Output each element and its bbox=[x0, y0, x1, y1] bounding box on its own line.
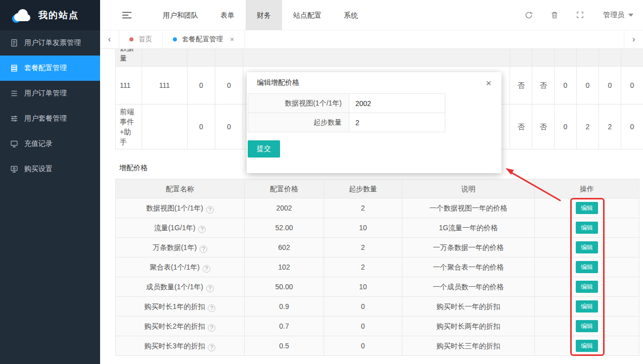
nav-item-forms[interactable]: 表单 bbox=[209, 0, 246, 30]
sidebar-item-purchase-settings[interactable]: 购买设置 bbox=[0, 157, 100, 182]
edit-button[interactable]: 编辑 bbox=[576, 202, 598, 214]
edit-button[interactable]: 编辑 bbox=[576, 241, 598, 253]
tabs-scroll-left[interactable]: ‹ bbox=[100, 30, 119, 48]
cell: 0 bbox=[621, 67, 643, 105]
table-row: 流量(1G/1年)? 52.00 10 1G流量一年的价格 编辑 bbox=[116, 218, 639, 238]
menu-toggle-icon[interactable] bbox=[122, 12, 131, 19]
help-icon[interactable]: ? bbox=[198, 226, 206, 233]
action-cell: 编辑 bbox=[535, 257, 639, 277]
sidebar-item-user-order-invoice[interactable]: 用户订单发票管理 bbox=[0, 30, 100, 56]
config-name-cell: 万条数据(1年)? bbox=[116, 238, 245, 257]
table-row: 购买时长2年的折扣? 0.7 0 购买时长两年的折扣 编辑 bbox=[116, 317, 639, 336]
min-qty-cell: 2 bbox=[324, 198, 402, 218]
action-cell: 编辑 bbox=[535, 336, 639, 356]
form-row: 数据视图(1个/1年) bbox=[248, 94, 445, 113]
tab-close-icon[interactable]: × bbox=[230, 35, 234, 43]
cell: 111 bbox=[142, 67, 188, 105]
cell: 2 bbox=[599, 105, 621, 149]
config-name: 万条数据(1年) bbox=[153, 243, 197, 251]
price-cell: 52.00 bbox=[245, 218, 324, 238]
column-header: 数据量 bbox=[116, 49, 142, 67]
nav-item-users-teams[interactable]: 用户和团队 bbox=[152, 0, 209, 30]
sidebar-item-package-config[interactable]: 套餐配置管理 bbox=[0, 56, 100, 81]
config-name-cell: 数据视图(1个/1年)? bbox=[116, 198, 245, 218]
tabs-scroll-right[interactable]: › bbox=[624, 30, 643, 48]
column-header-description: 说明 bbox=[402, 179, 535, 198]
desc-cell: 1G流量一年的价格 bbox=[402, 218, 535, 238]
purchase-settings-icon bbox=[10, 165, 19, 173]
help-icon[interactable]: ? bbox=[200, 245, 207, 253]
cell: 111 bbox=[116, 67, 142, 105]
tab-home[interactable]: 首页 bbox=[119, 30, 163, 48]
help-icon[interactable]: ? bbox=[206, 285, 214, 292]
desc-cell: 一个数据视图一年的价格 bbox=[402, 198, 535, 218]
min-qty-cell: 10 bbox=[324, 218, 402, 238]
column-header bbox=[532, 49, 555, 67]
column-header-min-qty: 起步数量 bbox=[324, 179, 402, 198]
help-icon[interactable]: ? bbox=[208, 344, 215, 351]
min-qty-cell: 2 bbox=[324, 257, 402, 277]
action-cell: 编辑 bbox=[535, 277, 639, 297]
action-cell: 编辑 bbox=[535, 218, 639, 238]
desc-cell: 购买时长一年的折扣 bbox=[402, 297, 535, 317]
edit-button[interactable]: 编辑 bbox=[576, 320, 598, 332]
recharge-record-icon bbox=[10, 140, 19, 148]
config-name-cell: 购买时长1年的折扣? bbox=[116, 297, 245, 317]
min-qty-cell: 0 bbox=[324, 317, 402, 336]
config-price-input[interactable] bbox=[349, 94, 445, 113]
fullscreen-icon[interactable] bbox=[576, 11, 584, 19]
price-config-table: 配置名称 配置价格 起步数量 说明 操作 数据视图(1个/1年)? 2002 2… bbox=[115, 179, 639, 356]
top-nav-menu: 用户和团队 表单 财务 站点配置 系统 bbox=[152, 0, 369, 30]
refresh-icon[interactable] bbox=[525, 11, 533, 19]
sidebar-item-label: 用户订单发票管理 bbox=[24, 38, 81, 47]
edit-button[interactable]: 编辑 bbox=[576, 261, 598, 273]
cell: 2 bbox=[577, 105, 599, 149]
config-name: 数据视图(1个/1年) bbox=[146, 204, 203, 212]
nav-item-site-config[interactable]: 站点配置 bbox=[282, 0, 333, 30]
edit-button[interactable]: 编辑 bbox=[576, 222, 598, 234]
help-icon[interactable]: ? bbox=[206, 206, 214, 214]
field-value-cell bbox=[349, 94, 445, 113]
min-qty-cell: 10 bbox=[324, 277, 402, 297]
edit-button[interactable]: 编辑 bbox=[576, 281, 598, 293]
price-cell: 0.9 bbox=[245, 297, 324, 317]
user-dropdown[interactable]: 管理员 bbox=[603, 11, 633, 20]
tab-package-config[interactable]: 套餐配置管理 × bbox=[163, 30, 245, 48]
desc-cell: 一个成员数一年的价格 bbox=[402, 277, 535, 297]
action-cell: 编辑 bbox=[535, 317, 639, 336]
config-name-cell: 购买时长3年的折扣? bbox=[116, 336, 245, 356]
config-name-cell: 流量(1G/1年)? bbox=[116, 218, 245, 238]
form-row: 起步数量 bbox=[248, 113, 445, 132]
sidebar-item-user-package[interactable]: 用户套餐管理 bbox=[0, 106, 100, 131]
column-header bbox=[599, 49, 621, 67]
modal-body: 数据视图(1个/1年) 起步数量 提交 bbox=[247, 93, 501, 158]
min-qty-cell: 0 bbox=[324, 336, 402, 356]
help-icon[interactable]: ? bbox=[203, 265, 210, 273]
help-icon[interactable]: ? bbox=[208, 324, 215, 332]
edit-price-modal: 编辑增配价格 × 数据视图(1个/1年) 起步数量 提交 bbox=[247, 72, 501, 173]
submit-button[interactable]: 提交 bbox=[248, 140, 280, 158]
field-label: 数据视图(1个/1年) bbox=[248, 94, 349, 113]
sidebar-item-label: 套餐配置管理 bbox=[24, 64, 67, 73]
table-row: 购买时长1年的折扣? 0.9 0 购买时长一年的折扣 编辑 bbox=[116, 297, 639, 317]
tab-label: 首页 bbox=[139, 35, 152, 44]
sidebar-item-user-order[interactable]: 用户订单管理 bbox=[0, 81, 100, 106]
sidebar-item-recharge-record[interactable]: 充值记录 bbox=[0, 131, 100, 157]
edit-button[interactable]: 编辑 bbox=[576, 340, 598, 352]
trash-icon[interactable] bbox=[550, 11, 559, 19]
close-icon[interactable]: × bbox=[486, 78, 491, 88]
edit-button[interactable]: 编辑 bbox=[576, 300, 598, 313]
nav-item-finance[interactable]: 财务 bbox=[246, 0, 282, 30]
action-cell: 编辑 bbox=[535, 297, 639, 317]
order-list-icon bbox=[10, 89, 19, 97]
min-qty-input[interactable] bbox=[349, 114, 445, 132]
sidebar-item-label: 用户套餐管理 bbox=[24, 114, 67, 123]
desc-cell: 购买时长两年的折扣 bbox=[402, 317, 535, 336]
help-icon[interactable]: ? bbox=[208, 304, 215, 312]
app-title: 我的站点 bbox=[38, 9, 79, 21]
nav-item-system[interactable]: 系统 bbox=[333, 0, 369, 30]
field-value-cell bbox=[349, 113, 445, 132]
column-header-config-price: 配置价格 bbox=[245, 179, 324, 198]
cell: 否 bbox=[532, 105, 555, 149]
cloud-logo-icon bbox=[10, 7, 33, 23]
